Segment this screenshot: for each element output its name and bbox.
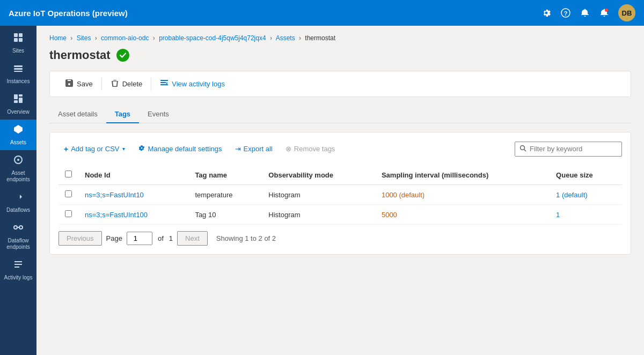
row-checkbox-cell [58,205,78,225]
col-observability-mode: Observability mode [262,165,375,185]
node-id-cell[interactable]: ns=3;s=FastUInt10 [78,185,188,205]
row-checkbox-0[interactable] [65,190,72,197]
sidebar-asset-endpoints-label: Asset endpoints [2,170,34,183]
delete-label: Delete [122,80,143,88]
help-icon[interactable]: ? [560,8,571,18]
dataflow-endpoints-icon [13,222,24,235]
save-label: Save [77,80,93,88]
breadcrumb-common-aio-odc[interactable]: common-aio-odc [101,34,149,42]
sidebar-item-dataflow-endpoints[interactable]: Dataflow endpoints [0,218,36,255]
tab-asset-details[interactable]: Asset details [49,106,106,123]
tabs-row: Asset details Tags Events [49,106,631,123]
save-icon [65,79,74,89]
content-area: Home › Sites › common-aio-odc › probable… [36,26,644,263]
observability-cell: Histogram [262,185,375,205]
dataflows-icon [13,191,24,205]
svg-rect-9 [14,71,23,72]
breadcrumb-current: thermostat [305,34,335,42]
tags-panel: + Add tag or CSV ▾ Manage default settin… [49,132,631,255]
breadcrumb-home[interactable]: Home [49,34,67,42]
page-title-row: thermostat [49,48,631,62]
manage-settings-button[interactable]: Manage default settings [133,141,228,157]
chevron-down-icon: ▾ [122,146,125,152]
sidebar-item-activity-logs[interactable]: Activity logs [0,255,36,285]
search-icon [519,145,526,153]
svg-rect-5 [14,38,18,42]
toolbar-panel: Save Delete View activity logs [49,71,631,97]
view-logs-button[interactable]: View activity logs [153,76,231,92]
page-title: thermostat [49,48,111,62]
sidebar-sites-label: Sites [12,48,24,54]
export-all-button[interactable]: ⇥ Export all [230,142,278,156]
bell-mute-icon[interactable] [580,8,590,18]
pagination-row: Previous Page of 1 Next Showing 1 to 2 o… [58,225,622,246]
sidebar-instances-label: Instances [7,78,30,85]
instances-icon [13,63,24,76]
svg-rect-6 [19,38,23,42]
breadcrumb-sites[interactable]: Sites [77,34,91,42]
plus-icon: + [64,145,68,153]
sidebar-item-assets[interactable]: Assets [0,120,36,150]
showing-text: Showing 1 to 2 of 2 [216,234,276,242]
user-avatar[interactable]: DB [618,4,635,21]
page-input[interactable] [127,232,152,245]
observability-cell: Histogram [262,205,375,225]
top-header: Azure IoT Operations (preview) ? DB [0,0,644,26]
main-content: Home › Sites › common-aio-odc › probable… [36,26,644,355]
node-id-cell[interactable]: ns=3;s=FastUInt100 [78,205,188,225]
svg-marker-14 [14,125,23,134]
svg-rect-8 [14,68,23,70]
app-title: Azure IoT Operations (preview) [9,9,541,18]
svg-text:?: ? [564,10,568,17]
toolbar-divider-2 [151,78,151,91]
filter-input-wrapper [515,142,622,157]
svg-rect-20 [14,261,22,262]
svg-rect-12 [14,100,18,103]
svg-rect-4 [19,33,23,37]
status-connected-icon [116,48,130,62]
sidebar-activity-logs-label: Activity logs [4,275,33,281]
queue-size-cell[interactable]: 1 [550,205,622,225]
tags-toolbar: + Add tag or CSV ▾ Manage default settin… [58,141,622,157]
sidebar-item-instances[interactable]: Instances [0,58,36,89]
svg-point-18 [19,226,23,229]
tab-tags[interactable]: Tags [106,106,139,123]
delete-button[interactable]: Delete [104,76,149,92]
view-logs-label: View activity logs [172,80,225,88]
select-all-header [58,165,78,185]
tab-events[interactable]: Events [139,106,178,123]
sidebar-item-dataflows[interactable]: Dataflows [0,187,36,218]
select-all-checkbox[interactable] [65,171,72,178]
delete-icon [111,79,119,89]
col-node-id: Node Id [78,165,188,185]
svg-rect-3 [14,33,18,37]
sidebar-assets-label: Assets [10,139,26,146]
sidebar-item-overview[interactable]: Overview [0,89,36,120]
svg-line-25 [524,149,526,151]
activity-logs-icon [13,259,24,272]
data-table: Node Id Tag name Observability mode Samp… [58,165,622,225]
svg-point-23 [116,49,129,62]
bell-icon[interactable] [599,8,610,18]
svg-rect-13 [19,98,23,103]
tag-name-cell: Tag 10 [188,205,262,225]
settings-icon[interactable] [541,8,552,18]
row-checkbox-1[interactable] [65,210,72,217]
previous-button: Previous [58,231,102,246]
breadcrumb-space-cod[interactable]: probable-space-cod-4j5qw5j4q72jqx4 [159,34,266,42]
save-button[interactable]: Save [58,76,99,92]
header-icons: ? DB [541,4,635,21]
queue-size-cell[interactable]: 1 (default) [550,185,622,205]
export-icon: ⇥ [235,145,241,153]
sidebar-item-sites[interactable]: Sites [0,28,36,58]
breadcrumb: Home › Sites › common-aio-odc › probable… [49,34,631,42]
sidebar-item-asset-endpoints[interactable]: Asset endpoints [0,150,36,187]
filter-input[interactable] [530,145,616,153]
col-sampling-interval: Sampling interval (milliseconds) [375,165,550,185]
add-tag-button[interactable]: + Add tag or CSV ▾ [58,142,130,157]
table-row: ns=3;s=FastUInt10 temperature Histogram … [58,185,622,205]
sidebar: Sites Instances Overview Assets Asset [0,26,36,355]
toolbar-divider-1 [101,78,102,91]
breadcrumb-assets[interactable]: Assets [276,34,295,42]
assets-icon [13,124,24,137]
